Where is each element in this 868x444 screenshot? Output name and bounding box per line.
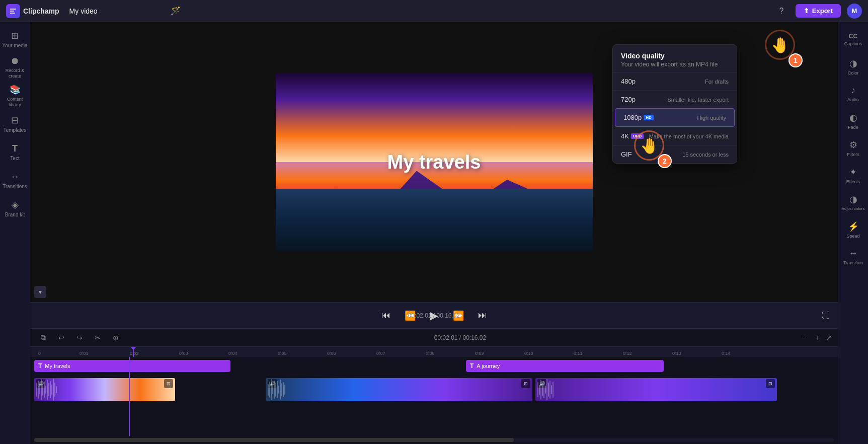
sidebar-item-your-media[interactable]: ⊞ Your media	[2, 26, 28, 52]
right-sidebar-label-effects: Effects	[846, 179, 860, 184]
split-button[interactable]: ⊕	[109, 331, 123, 345]
quality-option-480p[interactable]: 480p For drafts	[613, 72, 737, 90]
cursor-annotation-1: 🤚 1	[762, 27, 798, 62]
quality-option-720p[interactable]: 720p Smaller file, faster export	[613, 90, 737, 108]
right-sidebar-item-adjust-colors[interactable]: ◑ Adjust colors	[840, 189, 866, 215]
cut-button[interactable]: ✂	[91, 331, 105, 345]
ruler-mark-004: 0:04	[228, 351, 238, 356]
timeline-area: ⧉ ↩ ↪ ✂ ⊕ 00:02.01 / 00:16.02 − + ⤢	[30, 328, 838, 444]
redo-button[interactable]: ↪	[72, 331, 87, 345]
text-track-my-travels[interactable]: T My travels	[34, 360, 230, 372]
playback-controls: ⏮ ⏪ ▶ ⏩ ⏭ 00:02.01 / 00:16.02 ⛶	[30, 302, 838, 328]
record-create-icon: ⏺	[11, 56, 20, 66]
timeline-time-display: 00:02.01 / 00:16.02	[127, 334, 794, 341]
sidebar-item-templates[interactable]: ⊟ Templates	[2, 111, 28, 137]
timeline-scrollbar-thumb	[34, 438, 514, 442]
quality-name-gif: GIF	[621, 151, 632, 158]
video-overlay-title: My travels	[387, 152, 481, 173]
text-track-icon-1: T	[38, 362, 42, 369]
ruler-mark-010: 0:10	[524, 351, 533, 356]
ruler-mark-013: 0:13	[672, 351, 681, 356]
timeline-playhead[interactable]	[133, 347, 134, 357]
quality-option-4k[interactable]: 4K UHD Make the most of your 4K media	[613, 127, 737, 145]
templates-icon: ⊟	[11, 115, 19, 126]
sidebar-label-templates: Templates	[4, 127, 27, 133]
preview-area: My travels Video quality Your video will…	[30, 22, 838, 302]
logo-icon	[6, 4, 20, 18]
right-sidebar-label-fade: Fade	[848, 125, 858, 130]
right-sidebar-item-transition[interactable]: ↔ Transition	[840, 244, 866, 270]
text-track-a-journey[interactable]: T A journey	[466, 360, 664, 372]
undo-button[interactable]: ↩	[54, 331, 68, 345]
quality-name-480p: 480p	[621, 78, 636, 85]
left-sidebar: ⊞ Your media ⏺ Record & create 📚 Content…	[0, 22, 30, 444]
ruler-mark-007: 0:07	[376, 351, 385, 356]
video-title-input[interactable]	[65, 5, 162, 17]
right-sidebar-item-effects[interactable]: ✦ Effects	[840, 162, 866, 188]
badge-uhd: UHD	[631, 133, 644, 139]
zoom-in-button[interactable]: +	[812, 332, 824, 344]
sidebar-label-text: Text	[10, 156, 19, 161]
ruler-mark-012: 0:12	[623, 351, 632, 356]
sidebar-item-transitions[interactable]: ↔ Transitions	[2, 167, 28, 193]
sidebar-item-content-library[interactable]: 📚 Content library	[2, 83, 28, 109]
fit-to-screen-button[interactable]: ⧉	[36, 331, 50, 345]
video-track-2[interactable]: 🔊 ⊡	[266, 378, 532, 401]
collapse-panel-button[interactable]: ▼	[34, 286, 46, 298]
fast-forward-button[interactable]: ⏩	[450, 308, 466, 324]
timeline-scrollbar[interactable]	[34, 438, 834, 442]
skip-forward-button[interactable]: ⏭	[475, 308, 491, 324]
right-sidebar-item-captions[interactable]: CC Captions	[840, 26, 866, 52]
video-preview: My travels	[276, 73, 593, 251]
right-sidebar-item-filters[interactable]: ⚙ Filters	[840, 135, 866, 161]
right-sidebar-item-fade[interactable]: ◐ Fade	[840, 108, 866, 134]
quality-option-1080p[interactable]: 1080p HD High quality	[615, 108, 735, 127]
sidebar-item-record-create[interactable]: ⏺ Record & create	[2, 54, 28, 81]
effects-icon: ✦	[849, 167, 857, 178]
video-track-1[interactable]: 🔊 ⊡	[34, 378, 175, 401]
skip-back-button[interactable]: ⏮	[378, 308, 394, 324]
timeline-tracks: T My travels T A journey 🔊 ⊡	[30, 357, 838, 436]
sidebar-label-record-create: Record & create	[2, 68, 28, 79]
export-label: Export	[812, 7, 833, 15]
waveform-3	[535, 378, 556, 401]
right-sidebar-label-adjust-colors: Adjust colors	[842, 206, 865, 211]
right-sidebar-item-speed[interactable]: ⚡ Speed	[840, 216, 866, 243]
user-avatar[interactable]: M	[847, 4, 862, 19]
quality-desc-4k: Make the most of your 4K media	[649, 133, 729, 139]
video-track-3[interactable]: 🔊 ⊡	[535, 378, 777, 401]
right-sidebar-item-audio[interactable]: ♪ Audio	[840, 81, 866, 107]
right-sidebar-item-color[interactable]: ◑ Color	[840, 53, 866, 80]
quality-desc-480p: For drafts	[705, 79, 729, 85]
badge-hd: HD	[644, 115, 654, 120]
track-1-options-button[interactable]: ⊡	[164, 379, 173, 388]
sidebar-item-text[interactable]: T Text	[2, 139, 28, 165]
audio-icon: ♪	[851, 85, 855, 96]
playhead-line	[129, 357, 130, 436]
timeline-toolbar: ⧉ ↩ ↪ ✂ ⊕ 00:02.01 / 00:16.02 − + ⤢	[30, 329, 838, 347]
track-3-options-button[interactable]: ⊡	[766, 379, 775, 388]
ruler-mark-014: 0:14	[722, 351, 731, 356]
playhead-indicator	[130, 347, 136, 350]
play-pause-button[interactable]: ▶	[426, 308, 442, 324]
color-icon: ◑	[849, 58, 857, 69]
rewind-button[interactable]: ⏪	[402, 308, 418, 324]
quality-desc-1080p: High quality	[697, 115, 726, 121]
fullscreen-button[interactable]: ⛶	[822, 311, 830, 320]
export-button[interactable]: ⬆ Export	[796, 4, 841, 18]
sidebar-item-brand-kit[interactable]: ◈ Brand kit	[2, 195, 28, 221]
filters-icon: ⚙	[849, 139, 857, 151]
magic-wand-button[interactable]: 🪄	[168, 3, 184, 19]
track-2-options-button[interactable]: ⊡	[521, 379, 530, 388]
quality-subtitle: Your video will export as an MP4 file	[621, 61, 729, 68]
help-button[interactable]: ?	[773, 3, 790, 19]
timeline-zoom-controls: − + ⤢	[798, 332, 832, 344]
text-icon: T	[12, 143, 18, 154]
transition-icon: ↔	[849, 248, 858, 259]
main-layout: ⊞ Your media ⏺ Record & create 📚 Content…	[0, 22, 868, 444]
expand-timeline-button[interactable]: ⤢	[826, 334, 832, 342]
right-sidebar-label-captions: Captions	[844, 41, 862, 46]
quality-option-gif[interactable]: GIF 15 seconds or less	[613, 145, 737, 163]
app-logo: Clipchamp	[6, 4, 59, 18]
zoom-out-button[interactable]: −	[798, 332, 810, 344]
